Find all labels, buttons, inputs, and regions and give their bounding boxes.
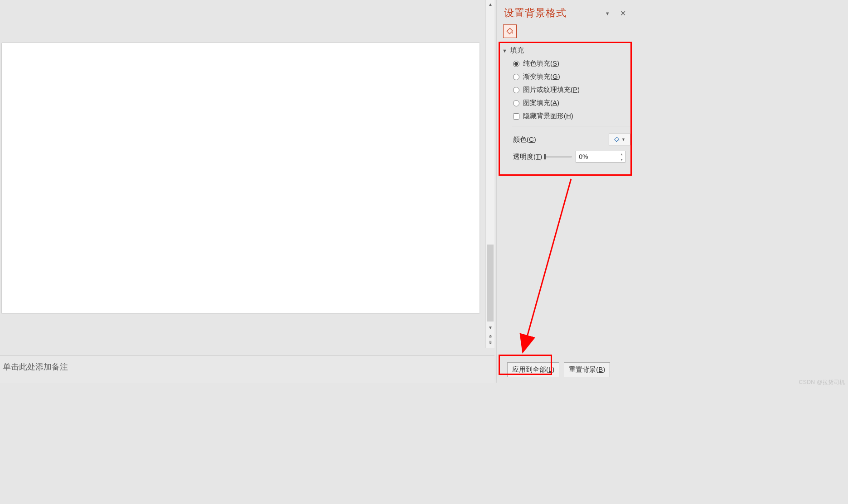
transparency-row: 透明度(T) 0% ▲ ▼: [501, 148, 630, 165]
slide-nav-buttons[interactable]: ⤊ ⤋: [485, 331, 494, 348]
section-divider: [512, 126, 630, 126]
color-picker-button[interactable]: ▼: [609, 134, 630, 145]
pane-options-button[interactable]: ▾: [602, 8, 612, 18]
picture-fill-label: 图片或纹理填充(P): [523, 86, 580, 94]
picture-fill-radio[interactable]: [513, 87, 519, 93]
fill-section-header[interactable]: ▼ 填充: [501, 43, 630, 59]
next-slide-icon[interactable]: ⤋: [489, 340, 492, 345]
fill-tab-button[interactable]: [503, 24, 517, 38]
transparency-slider[interactable]: [546, 156, 572, 158]
fill-section: ▼ 填充 纯色填充(S) 渐变填充(G) 图片或纹理填充(P): [497, 43, 635, 168]
paint-bucket-icon: [506, 27, 514, 35]
scroll-thumb[interactable]: [487, 245, 494, 322]
picture-fill-option[interactable]: 图片或纹理填充(P): [513, 86, 630, 94]
format-background-pane: 设置背景格式 ▾ ✕ ▼ 填充 纯色填充(S): [496, 0, 635, 383]
pattern-fill-option[interactable]: 图案填充(A): [513, 99, 630, 107]
slide-canvas[interactable]: [2, 43, 480, 313]
pane-title: 设置背景格式: [504, 6, 602, 20]
transparency-spinner[interactable]: 0% ▲ ▼: [576, 151, 625, 163]
hide-bg-graphics-option[interactable]: 隐藏背景图形(H): [513, 112, 630, 120]
notes-pane[interactable]: 单击此处添加备注: [0, 355, 494, 383]
scroll-down-button[interactable]: ▼: [486, 323, 495, 331]
vertical-scrollbar[interactable]: ▲ ▼: [485, 0, 494, 331]
pane-actions: 应用到全部(L) 重置背景(B): [501, 358, 616, 377]
color-label: 颜色(C): [513, 135, 536, 144]
pattern-fill-radio[interactable]: [513, 100, 519, 106]
gradient-fill-label: 渐变填充(G): [523, 72, 560, 81]
color-row: 颜色(C) ▼: [501, 131, 630, 148]
fill-section-label: 填充: [510, 46, 524, 55]
paint-bucket-icon: [614, 136, 620, 143]
pane-header: 设置背景格式 ▾ ✕: [497, 0, 635, 23]
slide-edit-area: [0, 0, 496, 355]
slider-thumb[interactable]: [544, 154, 546, 159]
gradient-fill-option[interactable]: 渐变填充(G): [513, 72, 630, 81]
watermark-text: CSDN @拉货司机: [799, 379, 845, 386]
transparency-label: 透明度(T): [513, 153, 542, 161]
hide-bg-graphics-checkbox[interactable]: [513, 113, 519, 120]
notes-placeholder: 单击此处添加备注: [3, 362, 68, 371]
dropdown-caret-icon: ▼: [621, 137, 625, 142]
apply-all-button[interactable]: 应用到全部(L): [507, 362, 559, 377]
solid-fill-radio[interactable]: [513, 61, 519, 67]
scroll-up-button[interactable]: ▲: [486, 0, 495, 8]
pattern-fill-label: 图案填充(A): [523, 99, 559, 107]
prev-slide-icon[interactable]: ⤊: [489, 334, 492, 339]
solid-fill-label: 纯色填充(S): [523, 59, 559, 68]
reset-background-button[interactable]: 重置背景(B): [564, 362, 610, 377]
hide-bg-graphics-label: 隐藏背景图形(H): [523, 112, 573, 120]
gradient-fill-radio[interactable]: [513, 74, 519, 80]
spinner-up-icon[interactable]: ▲: [618, 151, 625, 157]
solid-fill-option[interactable]: 纯色填充(S): [513, 59, 630, 68]
chevron-down-icon: ▼: [502, 48, 508, 53]
spinner-down-icon[interactable]: ▼: [618, 157, 625, 162]
transparency-value[interactable]: 0%: [576, 153, 618, 160]
pane-close-button[interactable]: ✕: [618, 8, 628, 18]
